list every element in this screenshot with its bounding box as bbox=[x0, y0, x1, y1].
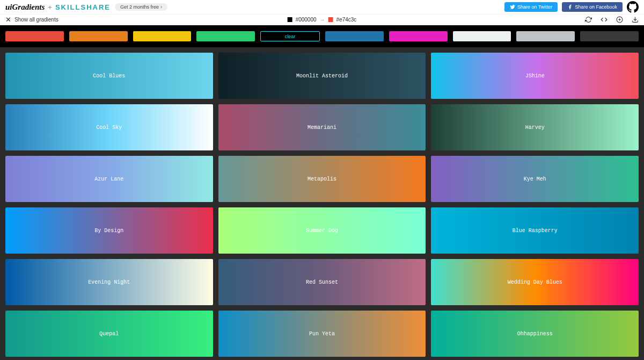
show-all-toggle[interactable]: ✕ Show all gradients bbox=[5, 16, 58, 24]
share-facebook-button[interactable]: Share on Facebook bbox=[562, 2, 623, 12]
hex-from: #000000 bbox=[296, 17, 317, 23]
gradient-name: By Design bbox=[94, 228, 123, 234]
filter-chip-3[interactable] bbox=[196, 31, 255, 41]
gradient-tile[interactable]: Blue Raspberry bbox=[431, 207, 639, 254]
gradient-name: Wedding Day Blues bbox=[508, 279, 562, 285]
close-icon: ✕ bbox=[5, 16, 11, 24]
filter-chip-2[interactable] bbox=[133, 31, 192, 41]
gradient-name: Kye Meh bbox=[524, 176, 546, 182]
download-icon[interactable] bbox=[632, 16, 639, 23]
gradient-tile[interactable]: Pun Yeta bbox=[218, 311, 426, 357]
gradient-tile[interactable]: Cool Blues bbox=[5, 53, 213, 99]
hex-to: #e74c3c bbox=[336, 17, 357, 23]
gradient-tile[interactable]: Wedding Day Blues bbox=[431, 259, 639, 305]
current-gradient-hex: #000000 → #e74c3c bbox=[288, 17, 357, 23]
gradient-tile[interactable]: JShine bbox=[431, 53, 639, 99]
gradient-tile[interactable]: Memariani bbox=[218, 104, 426, 150]
gradient-tile[interactable]: Metapolis bbox=[218, 156, 426, 202]
gradient-tile[interactable]: Moonlit Asteroid bbox=[218, 53, 426, 99]
gradient-name: Cool Sky bbox=[96, 125, 122, 131]
filter-chip-9[interactable] bbox=[580, 31, 639, 41]
filter-chip-5[interactable] bbox=[325, 31, 384, 41]
gradient-tile[interactable]: Summer Dog bbox=[218, 207, 426, 254]
facebook-icon bbox=[567, 4, 573, 10]
brand: uiGradients + SKILLSHARE bbox=[5, 3, 111, 12]
filter-chip-4[interactable]: clear bbox=[260, 31, 320, 41]
gradient-tile[interactable]: Azur Lane bbox=[5, 156, 213, 202]
gradient-name: Evening Night bbox=[88, 279, 130, 285]
gradient-name: Metapolis bbox=[308, 176, 336, 182]
gradient-name: Moonlit Asteroid bbox=[296, 73, 348, 79]
github-icon[interactable] bbox=[627, 1, 639, 13]
gradient-tile[interactable]: Quepal bbox=[5, 311, 213, 357]
brand-skillshare: SKILLSHARE bbox=[55, 3, 111, 11]
gradient-tile[interactable]: Red Sunset bbox=[218, 259, 426, 305]
gradient-tile[interactable]: Kye Meh bbox=[431, 156, 639, 202]
action-icons bbox=[585, 16, 639, 23]
gradient-tile[interactable]: Ohhappiness bbox=[431, 311, 639, 357]
color-filter-bar: clear bbox=[0, 25, 644, 47]
code-icon[interactable] bbox=[601, 16, 608, 23]
share-twitter-button[interactable]: Share on Twitter bbox=[504, 2, 558, 12]
filter-chip-8[interactable] bbox=[516, 31, 575, 41]
gradient-name: Red Sunset bbox=[306, 279, 338, 285]
share-twitter-label: Share on Twitter bbox=[517, 4, 552, 10]
gradient-name: Blue Raspberry bbox=[513, 228, 558, 234]
gradient-tile[interactable]: Evening Night bbox=[5, 259, 213, 305]
twitter-icon bbox=[510, 4, 515, 10]
sub-header: ✕ Show all gradients #000000 → #e74c3c bbox=[0, 15, 644, 25]
filter-chip-7[interactable] bbox=[453, 31, 511, 41]
gradient-tile[interactable]: Cool Sky bbox=[5, 104, 213, 150]
filter-chip-1[interactable] bbox=[69, 31, 128, 41]
gradient-grid: Cool BluesMoonlit AsteroidJShineCool Sky… bbox=[5, 53, 639, 357]
gradient-name: Memariani bbox=[308, 125, 336, 131]
gradient-name: Pun Yeta bbox=[309, 331, 335, 337]
show-all-label: Show all gradients bbox=[14, 17, 58, 23]
top-header: uiGradients + SKILLSHARE Get 2 months fr… bbox=[0, 0, 644, 15]
add-icon[interactable] bbox=[616, 16, 623, 23]
share-facebook-label: Share on Facebook bbox=[575, 4, 617, 10]
swatch-from bbox=[288, 17, 292, 22]
gradient-name: Ohhappiness bbox=[517, 331, 553, 337]
rotate-icon[interactable] bbox=[585, 16, 592, 23]
gradient-name: JShine bbox=[525, 73, 545, 79]
filter-chip-0[interactable] bbox=[5, 31, 64, 41]
brand-plus: + bbox=[48, 3, 52, 11]
gradient-name: Harvey bbox=[525, 125, 545, 131]
gradient-name: Cool Blues bbox=[93, 73, 125, 79]
swatch-to bbox=[328, 17, 333, 22]
arrow-right-icon: → bbox=[320, 17, 325, 23]
gradient-tile[interactable]: Harvey bbox=[431, 104, 639, 150]
gradient-grid-wrap: Cool BluesMoonlit AsteroidJShineCool Sky… bbox=[0, 47, 644, 360]
gradient-name: Azur Lane bbox=[94, 176, 123, 182]
promo-pill[interactable]: Get 2 months free bbox=[115, 3, 167, 11]
gradient-name: Quepal bbox=[99, 331, 119, 337]
gradient-name: Summer Dog bbox=[306, 228, 338, 234]
filter-chip-6[interactable] bbox=[389, 31, 448, 41]
brand-logo: uiGradients bbox=[5, 3, 45, 12]
gradient-tile[interactable]: By Design bbox=[5, 207, 213, 254]
